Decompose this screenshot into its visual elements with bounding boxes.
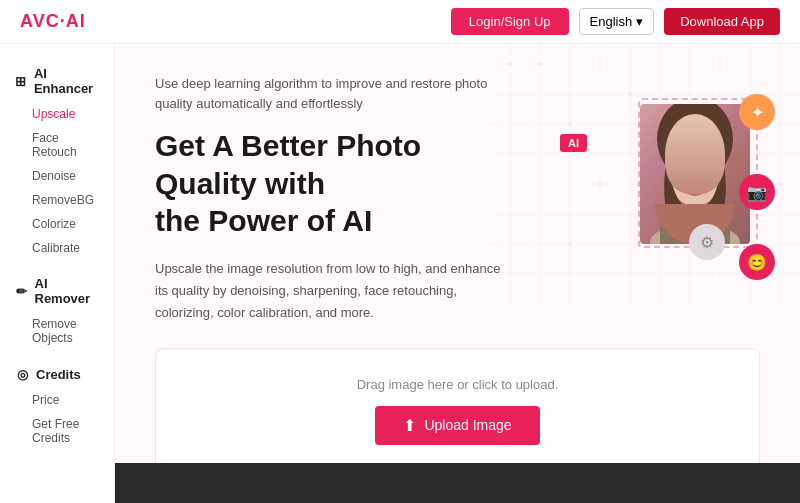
svg-point-32 bbox=[659, 112, 731, 172]
sidebar-item-denoise[interactable]: Denoise bbox=[0, 164, 114, 188]
app-header: AVC·AI Login/Sign Up English ▾ Download … bbox=[0, 0, 800, 44]
app-logo: AVC·AI bbox=[20, 11, 86, 32]
float-badge-photo: 📷 bbox=[739, 174, 775, 210]
sidebar-section-enhancer: ⊞ AI Enhancer Upscale Face Retouch Denoi… bbox=[0, 60, 114, 260]
sidebar-item-ai-enhancer[interactable]: ⊞ AI Enhancer bbox=[0, 60, 114, 102]
main-layout: ⊞ AI Enhancer Upscale Face Retouch Denoi… bbox=[0, 44, 800, 503]
remover-icon: ✏ bbox=[14, 283, 29, 299]
svg-point-34 bbox=[678, 169, 688, 176]
hero-title: Get A Better Photo Quality with the Powe… bbox=[155, 127, 505, 240]
upload-button[interactable]: ⬆ Upload Image bbox=[375, 406, 539, 445]
hero-photo bbox=[640, 104, 750, 244]
float-badge-gear: ⚙ bbox=[689, 224, 725, 260]
sidebar-section-enhancer-label: AI Enhancer bbox=[34, 66, 100, 96]
sidebar-item-calibrate[interactable]: Calibrate bbox=[0, 236, 114, 260]
logo-text: AVC·AI bbox=[20, 11, 86, 31]
ai-badge: AI bbox=[560, 134, 587, 152]
svg-point-18 bbox=[508, 62, 512, 66]
hero-image-area: AI ✦ 📷 😊 ⚙ bbox=[550, 84, 780, 284]
float-badge-star: ✦ bbox=[739, 94, 775, 130]
svg-point-29 bbox=[657, 104, 733, 181]
sidebar-section-remover-label: AI Remover bbox=[35, 276, 101, 306]
chevron-down-icon: ▾ bbox=[636, 14, 643, 29]
sidebar-item-credits[interactable]: ◎ Credits bbox=[0, 360, 114, 388]
credits-icon: ◎ bbox=[14, 366, 30, 382]
hero-title-line2: the Power of AI bbox=[155, 204, 372, 237]
download-app-button[interactable]: Download App bbox=[664, 8, 780, 35]
float-badge-face: 😊 bbox=[739, 244, 775, 280]
woman-face-svg bbox=[640, 104, 750, 244]
language-selector[interactable]: English ▾ bbox=[579, 8, 655, 35]
hero-title-line1: Get A Better Photo Quality with bbox=[155, 129, 421, 200]
sidebar-item-get-free-credits[interactable]: Get Free Credits bbox=[0, 412, 114, 450]
svg-point-37 bbox=[704, 169, 710, 175]
sidebar-section-remover: ✏ AI Remover Remove Objects bbox=[0, 270, 114, 350]
svg-point-19 bbox=[538, 62, 542, 66]
sidebar-section-credits-label: Credits bbox=[36, 367, 81, 382]
hero-description: Upscale the image resolution from low to… bbox=[155, 258, 515, 324]
sidebar-item-colorize[interactable]: Colorize bbox=[0, 212, 114, 236]
sidebar-item-face-retouch[interactable]: Face Retouch bbox=[0, 126, 114, 164]
sidebar-item-price[interactable]: Price bbox=[0, 388, 114, 412]
upload-icon: ⬆ bbox=[403, 416, 416, 435]
sidebar-item-upscale[interactable]: Upscale bbox=[0, 102, 114, 126]
login-button[interactable]: Login/Sign Up bbox=[451, 8, 569, 35]
sidebar-item-ai-remover[interactable]: ✏ AI Remover bbox=[0, 270, 114, 312]
main-content: Use deep learning algorithm to improve a… bbox=[115, 44, 800, 503]
upload-hint: Drag image here or click to upload. bbox=[176, 377, 739, 392]
sidebar-item-remove-objects[interactable]: Remove Objects bbox=[0, 312, 114, 350]
svg-point-36 bbox=[702, 169, 712, 176]
sidebar: ⊞ AI Enhancer Upscale Face Retouch Denoi… bbox=[0, 44, 115, 503]
enhancer-icon: ⊞ bbox=[14, 73, 28, 89]
lang-label: English bbox=[590, 14, 633, 29]
hero-subtitle: Use deep learning algorithm to improve a… bbox=[155, 74, 515, 113]
upload-button-label: Upload Image bbox=[424, 417, 511, 433]
footer-bar bbox=[115, 463, 800, 503]
sidebar-item-removebg[interactable]: RemoveBG bbox=[0, 188, 114, 212]
header-actions: Login/Sign Up English ▾ Download App bbox=[451, 8, 780, 35]
svg-point-35 bbox=[680, 169, 686, 175]
svg-point-33 bbox=[667, 129, 723, 169]
svg-point-38 bbox=[691, 181, 699, 187]
sidebar-section-credits: ◎ Credits Price Get Free Credits bbox=[0, 360, 114, 450]
